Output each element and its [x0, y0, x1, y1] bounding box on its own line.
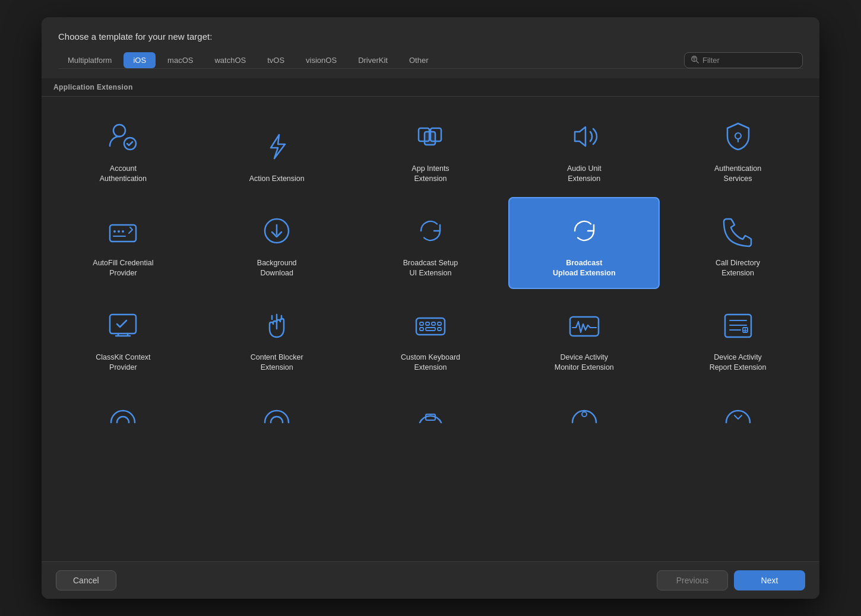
tab-watchos[interactable]: watchOS [205, 52, 255, 68]
svg-rect-18 [420, 322, 423, 325]
arc-icon-1 [104, 394, 142, 432]
svg-rect-17 [416, 318, 445, 335]
svg-rect-23 [426, 328, 435, 331]
svg-point-13 [118, 230, 120, 233]
svg-line-1 [697, 61, 699, 63]
speaker-icon [565, 118, 603, 155]
tab-macos[interactable]: macOS [158, 52, 202, 68]
grid-item-broadcast-upload[interactable]: BroadcastUpload Extension [508, 197, 660, 289]
item-label: Action Extension [249, 174, 305, 184]
grid-item-broadcast-setup[interactable]: Broadcast SetupUI Extension [355, 197, 507, 289]
password-card-icon [104, 212, 142, 250]
partial-item-4[interactable] [508, 386, 660, 443]
grid-item-autofill[interactable]: AutoFill CredentialProvider [48, 197, 199, 289]
item-label: AutoFill CredentialProvider [93, 258, 153, 278]
filter-icon [691, 55, 699, 65]
tab-multiplatform[interactable]: Multiplatform [58, 52, 121, 68]
arrow-circle-icon [258, 212, 296, 250]
partial-item-5[interactable] [662, 386, 813, 443]
grid-item-account-auth[interactable]: AccountAuthentication [48, 103, 199, 195]
grid-item-bg-download[interactable]: BackgroundDownload [201, 197, 353, 289]
checkbox-screen-icon [104, 306, 142, 344]
grid-area[interactable]: AccountAuthentication Action Extension [42, 97, 819, 561]
svg-rect-21 [438, 322, 441, 325]
tab-list: Multiplatform iOS macOS watchOS tvOS vis… [58, 52, 675, 68]
previous-button[interactable]: Previous [657, 570, 728, 590]
arc-icon-3 [411, 394, 450, 432]
grid-item-app-intents[interactable]: App IntentsExtension [355, 103, 507, 195]
svg-point-14 [122, 230, 124, 233]
svg-rect-19 [426, 322, 429, 325]
next-button[interactable]: Next [734, 570, 805, 590]
bottom-row: Cancel Previous Next [42, 561, 819, 599]
hand-stop-icon [258, 306, 296, 344]
grid-item-custom-keyboard[interactable]: Custom KeyboardExtension [355, 291, 507, 383]
person-check-icon [104, 118, 142, 155]
refresh-circle-selected-icon [565, 212, 603, 250]
item-label: ClassKit ContextProvider [96, 353, 150, 373]
item-label: BackgroundDownload [257, 258, 297, 278]
template-chooser-dialog: Choose a template for your new target: M… [42, 17, 819, 599]
item-label: Device ActivityMonitor Extension [555, 353, 614, 373]
keyboard-icon [411, 306, 450, 344]
svg-rect-20 [432, 322, 435, 325]
item-label: Content BlockerExtension [251, 353, 303, 373]
svg-point-12 [113, 230, 116, 233]
items-grid: AccountAuthentication Action Extension [48, 103, 813, 383]
item-label: AuthenticationServices [714, 164, 761, 184]
svg-point-32 [582, 412, 587, 417]
tab-ios[interactable]: iOS [124, 52, 156, 68]
cards-icon [411, 118, 450, 155]
cancel-button[interactable]: Cancel [56, 570, 116, 590]
phone-icon [719, 212, 757, 250]
partial-item-2[interactable] [201, 386, 353, 443]
item-label: Device ActivityReport Extension [710, 353, 767, 373]
dialog-title: Choose a template for your new target: [58, 31, 803, 42]
item-label: App IntentsExtension [411, 164, 449, 184]
tab-other[interactable]: Other [400, 52, 438, 68]
filter-box [684, 52, 803, 68]
item-label: Audio UnitExtension [567, 164, 602, 184]
grid-item-device-monitor[interactable]: Device ActivityMonitor Extension [508, 291, 660, 383]
waveform-icon [565, 306, 603, 344]
grid-item-device-report[interactable]: Device ActivityReport Extension [662, 291, 813, 383]
arc-icon-2 [258, 394, 296, 432]
grid-item-content-blocker[interactable]: Content BlockerExtension [201, 291, 353, 383]
svg-rect-24 [438, 328, 441, 331]
grid-item-audio-unit[interactable]: Audio UnitExtension [508, 103, 660, 195]
arc-icon-4 [565, 394, 603, 432]
lightning-icon [258, 128, 296, 166]
dialog-header: Choose a template for your new target: M… [42, 17, 819, 78]
svg-point-5 [113, 125, 125, 136]
tab-visionos[interactable]: visionOS [296, 52, 346, 68]
section-header: Application Extension [42, 78, 819, 97]
tab-driverkit[interactable]: DriverKit [349, 52, 397, 68]
list-lines-icon [719, 306, 757, 344]
shield-lock-icon [719, 118, 757, 155]
grid-item-action-ext[interactable]: Action Extension [201, 103, 353, 195]
refresh-circle-icon [411, 212, 450, 250]
item-label: Broadcast SetupUI Extension [403, 258, 458, 278]
grid-item-classkit[interactable]: ClassKit ContextProvider [48, 291, 199, 383]
svg-point-10 [735, 133, 741, 139]
svg-rect-22 [420, 328, 423, 331]
item-label: BroadcastUpload Extension [553, 258, 616, 278]
filter-input[interactable] [702, 56, 786, 65]
svg-rect-11 [110, 225, 136, 242]
item-label: AccountAuthentication [100, 164, 147, 184]
partial-item-1[interactable] [48, 386, 199, 443]
grid-item-auth-services[interactable]: AuthenticationServices [662, 103, 813, 195]
tabs-bar: Multiplatform iOS macOS watchOS tvOS vis… [58, 52, 803, 69]
grid-item-call-directory[interactable]: Call DirectoryExtension [662, 197, 813, 289]
partial-items-row [48, 386, 813, 443]
arc-icon-5 [719, 394, 757, 432]
tab-tvos[interactable]: tvOS [258, 52, 294, 68]
nav-buttons: Previous Next [657, 570, 805, 590]
item-label: Call DirectoryExtension [716, 258, 760, 278]
partial-item-3[interactable] [355, 386, 507, 443]
item-label: Custom KeyboardExtension [401, 353, 460, 373]
